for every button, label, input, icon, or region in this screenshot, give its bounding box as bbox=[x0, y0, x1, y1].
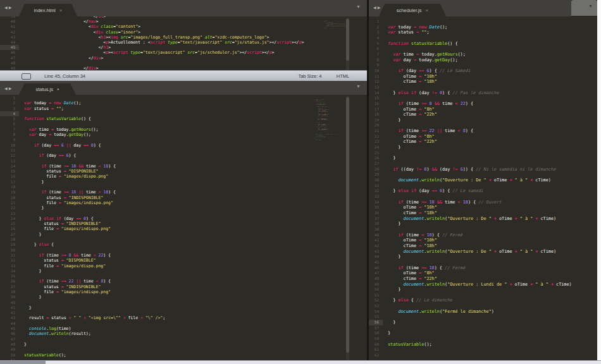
code-line[interactable]: </nav> bbox=[24, 19, 304, 24]
line-number[interactable]: 42 bbox=[369, 243, 383, 249]
code-line[interactable] bbox=[388, 336, 572, 342]
line-number[interactable]: 17 bbox=[0, 179, 19, 185]
code-line[interactable]: </div> bbox=[24, 56, 304, 61]
line-number[interactable]: 30 bbox=[369, 178, 383, 183]
tab-scroll-left-icon[interactable]: ◀ bbox=[373, 6, 378, 9]
line-number[interactable]: 47 bbox=[369, 270, 383, 276]
code-line[interactable] bbox=[388, 293, 572, 298]
line-number[interactable]: 24 bbox=[369, 145, 383, 150]
code-line[interactable]: oTime = "10h" bbox=[388, 205, 572, 210]
line-number[interactable]: 9 bbox=[0, 137, 19, 142]
syntax-indicator[interactable]: HTML bbox=[328, 73, 358, 79]
code-line[interactable] bbox=[24, 111, 165, 116]
code-line[interactable]: } bbox=[388, 145, 572, 150]
line-number[interactable]: 29 bbox=[0, 242, 19, 247]
line-number[interactable]: 4 bbox=[369, 35, 383, 41]
code-line[interactable] bbox=[388, 183, 572, 189]
line-number[interactable]: 56 bbox=[369, 320, 383, 325]
line-number[interactable]: 28 bbox=[0, 237, 19, 242]
code-line[interactable] bbox=[24, 61, 304, 66]
code-line[interactable]: if (time >= 10 && time < 18) { bbox=[24, 164, 165, 169]
code-line[interactable]: oTime = "8h" bbox=[388, 270, 572, 276]
line-number[interactable]: 33 bbox=[369, 194, 383, 200]
line-number[interactable]: 58 bbox=[369, 331, 383, 336]
line-number[interactable]: 26 bbox=[369, 155, 383, 161]
line-number[interactable]: 45 bbox=[369, 260, 383, 265]
code-line[interactable]: result = status + " " + "<img src=\"" + … bbox=[24, 315, 165, 320]
line-number[interactable]: 21 bbox=[0, 200, 19, 205]
line-number[interactable]: 32 bbox=[0, 258, 19, 263]
line-number[interactable]: 37 bbox=[0, 284, 19, 289]
code-line[interactable] bbox=[388, 353, 572, 358]
line-number[interactable]: 19 bbox=[369, 118, 383, 123]
code-line[interactable] bbox=[24, 248, 165, 253]
line-number[interactable]: 51 bbox=[369, 293, 383, 298]
tab-scroll-arrows[interactable]: ◀▶ bbox=[373, 5, 381, 9]
code-line[interactable]: <div class="content"> bbox=[24, 24, 304, 29]
line-number[interactable]: 43 bbox=[0, 315, 19, 320]
code-line[interactable]: } bbox=[24, 305, 165, 310]
code-line[interactable]: file = "images/indispo.png" bbox=[24, 289, 165, 294]
code-line[interactable] bbox=[388, 19, 572, 25]
code-line[interactable]: var today = new Date(); bbox=[24, 100, 165, 106]
code-line[interactable]: var time = today.getHours(); bbox=[388, 52, 572, 58]
tab-scroll-right-icon[interactable]: ▶ bbox=[9, 6, 13, 9]
line-number[interactable]: 48 bbox=[0, 342, 19, 347]
code-line[interactable]: <p>Actuellement : <script type="text/jav… bbox=[24, 40, 304, 45]
line-number[interactable]: 30 bbox=[0, 248, 19, 253]
line-number[interactable]: 17 bbox=[369, 107, 383, 112]
line-number[interactable]: 36 bbox=[0, 279, 19, 284]
line-number[interactable]: 38 bbox=[0, 289, 19, 294]
line-number[interactable]: 4 bbox=[0, 111, 19, 116]
overflow-menu-icon[interactable]: ▼ bbox=[356, 4, 361, 9]
line-number[interactable]: 3 bbox=[0, 106, 19, 111]
line-number[interactable]: 39 bbox=[369, 227, 383, 233]
line-number[interactable]: 13 bbox=[369, 85, 383, 90]
line-number-gutter[interactable]: 394041424344454647484950 bbox=[0, 16, 19, 76]
tab-scroll-left-icon[interactable]: ◀ bbox=[4, 6, 9, 9]
code-line[interactable] bbox=[388, 325, 572, 331]
code-line[interactable]: if (day == 6) { // Le Samedi bbox=[388, 68, 572, 74]
code-line[interactable] bbox=[24, 300, 165, 305]
code-line[interactable] bbox=[388, 123, 572, 128]
line-number[interactable]: 48 bbox=[0, 61, 19, 66]
line-number[interactable]: 26 bbox=[0, 226, 19, 231]
line-number[interactable]: 47 bbox=[0, 56, 19, 61]
line-number[interactable]: 11 bbox=[369, 74, 383, 80]
line-number[interactable]: 25 bbox=[369, 150, 383, 156]
line-number[interactable]: 16 bbox=[0, 174, 19, 179]
code-line[interactable]: status = "INDISPONIBLE" bbox=[24, 284, 165, 289]
line-number[interactable]: 15 bbox=[369, 95, 383, 101]
code-line[interactable] bbox=[24, 185, 165, 190]
code-line[interactable]: <div class="inner"> bbox=[24, 30, 304, 35]
line-number[interactable]: 62 bbox=[369, 353, 383, 358]
line-number[interactable]: 1 bbox=[369, 19, 383, 25]
code-line[interactable]: statusVariable(); bbox=[388, 342, 572, 348]
code-line[interactable]: statusVariable(); bbox=[24, 353, 165, 358]
line-number[interactable]: 43 bbox=[0, 35, 19, 40]
line-number[interactable]: 52 bbox=[369, 298, 383, 303]
code-line[interactable]: } bbox=[24, 269, 165, 274]
line-number[interactable]: 18 bbox=[0, 185, 19, 190]
line-number[interactable]: 45 bbox=[0, 45, 19, 50]
line-number[interactable]: 44 bbox=[0, 40, 19, 45]
line-number[interactable]: 46 bbox=[369, 265, 383, 271]
line-number[interactable]: 40 bbox=[0, 300, 19, 305]
line-number[interactable]: 18 bbox=[369, 112, 383, 118]
scrollbar-thumb[interactable] bbox=[346, 97, 349, 353]
code-line[interactable]: cTime = "18h" bbox=[388, 210, 572, 216]
code-line[interactable]: document.writeln(result); bbox=[24, 331, 165, 336]
line-number[interactable]: 59 bbox=[369, 336, 383, 342]
line-number[interactable]: 7 bbox=[0, 127, 19, 132]
line-number[interactable]: 35 bbox=[369, 205, 383, 210]
code-line[interactable] bbox=[24, 274, 165, 279]
line-number[interactable]: 54 bbox=[369, 309, 383, 315]
code-line[interactable] bbox=[388, 63, 572, 68]
code-line[interactable]: } bbox=[388, 331, 572, 336]
line-number[interactable]: 34 bbox=[0, 269, 19, 274]
line-number[interactable]: 36 bbox=[369, 210, 383, 216]
code-line[interactable]: document.writeln("Ouverture : De " + oTi… bbox=[388, 178, 572, 183]
line-number[interactable]: 48 bbox=[369, 276, 383, 282]
code-line[interactable]: file = "images/indispo.png" bbox=[24, 200, 165, 205]
line-number[interactable]: 5 bbox=[0, 116, 19, 121]
